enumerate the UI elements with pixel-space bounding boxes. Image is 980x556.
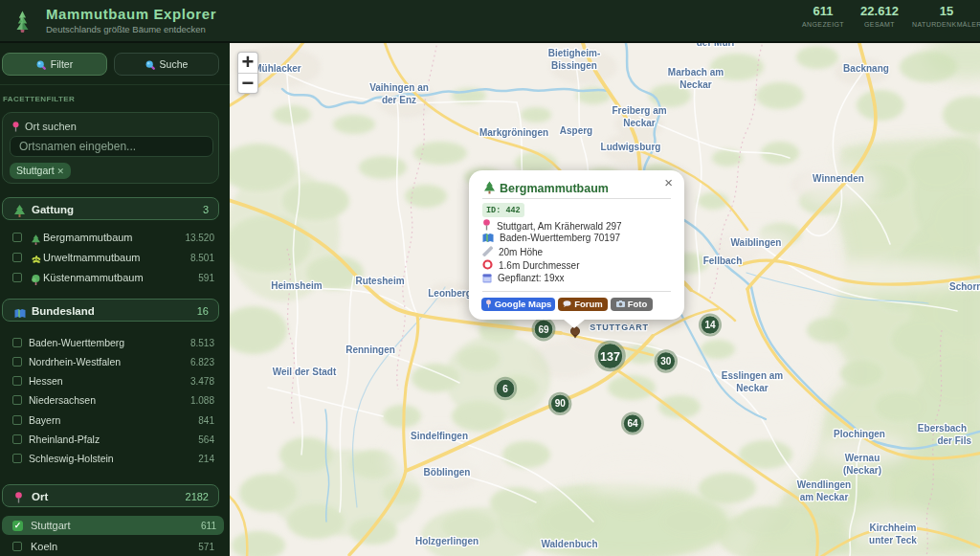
svg-text:Waldenbuch: Waldenbuch bbox=[541, 539, 597, 549]
svg-text:Sindelfingen: Sindelfingen bbox=[411, 431, 468, 441]
svg-text:Ludwigsburg: Ludwigsburg bbox=[601, 142, 661, 152]
svg-text:STUTTGART: STUTTGART bbox=[590, 322, 649, 332]
svg-text:unter Teck: unter Teck bbox=[869, 535, 917, 545]
svg-text:der Enz: der Enz bbox=[382, 95, 416, 105]
svg-text:Markgröningen: Markgröningen bbox=[479, 127, 548, 138]
svg-text:Marbach am: Marbach am bbox=[668, 67, 724, 78]
svg-text:Vaihingen an: Vaihingen an bbox=[369, 82, 429, 93]
svg-text:Neckar: Neckar bbox=[623, 118, 655, 128]
svg-text:Böblingen: Böblingen bbox=[424, 467, 471, 478]
svg-text:(Neckar): (Neckar) bbox=[843, 465, 881, 476]
svg-text:64: 64 bbox=[627, 418, 638, 429]
svg-text:Wernau: Wernau bbox=[845, 453, 880, 463]
svg-text:Waiblingen: Waiblingen bbox=[731, 237, 782, 248]
svg-text:Bissingen: Bissingen bbox=[551, 60, 597, 71]
svg-text:Esslingen am: Esslingen am bbox=[722, 370, 784, 381]
svg-text:90: 90 bbox=[555, 398, 567, 409]
svg-text:30: 30 bbox=[660, 356, 672, 367]
svg-text:Weil der Stadt: Weil der Stadt bbox=[273, 367, 337, 377]
svg-text:der Fils: der Fils bbox=[937, 435, 971, 446]
svg-text:Kirchheim: Kirchheim bbox=[870, 523, 917, 533]
svg-text:Backnang: Backnang bbox=[843, 63, 889, 74]
svg-text:Fellbach: Fellbach bbox=[703, 256, 743, 266]
svg-text:Mühlacker: Mühlacker bbox=[254, 63, 301, 74]
svg-text:am Neckar: am Neckar bbox=[800, 492, 849, 502]
svg-text:Holzgerlingen: Holzgerlingen bbox=[415, 536, 479, 546]
svg-text:Leonberg: Leonberg bbox=[428, 288, 472, 299]
svg-text:der Murr: der Murr bbox=[697, 43, 736, 48]
svg-text:Neckar: Neckar bbox=[736, 383, 768, 393]
svg-text:Neckar: Neckar bbox=[679, 79, 711, 90]
svg-text:Bietigheim-: Bietigheim- bbox=[548, 48, 600, 58]
svg-text:Schorndorf: Schorndorf bbox=[949, 281, 980, 292]
svg-text:Rutesheim: Rutesheim bbox=[355, 276, 404, 286]
svg-text:69: 69 bbox=[538, 324, 549, 335]
svg-text:Asperg: Asperg bbox=[560, 125, 592, 136]
svg-text:Plochingen: Plochingen bbox=[834, 429, 885, 439]
svg-text:Heimsheim: Heimsheim bbox=[271, 280, 322, 291]
svg-text:6: 6 bbox=[502, 384, 508, 394]
svg-text:14: 14 bbox=[704, 320, 716, 330]
svg-text:Ebersbach: Ebersbach bbox=[918, 423, 967, 434]
svg-text:Freiberg am: Freiberg am bbox=[612, 105, 666, 116]
svg-text:Wendlingen: Wendlingen bbox=[797, 479, 851, 490]
svg-text:Winnenden: Winnenden bbox=[813, 173, 864, 184]
svg-text:Renningen: Renningen bbox=[345, 345, 395, 355]
svg-text:137: 137 bbox=[600, 350, 620, 364]
